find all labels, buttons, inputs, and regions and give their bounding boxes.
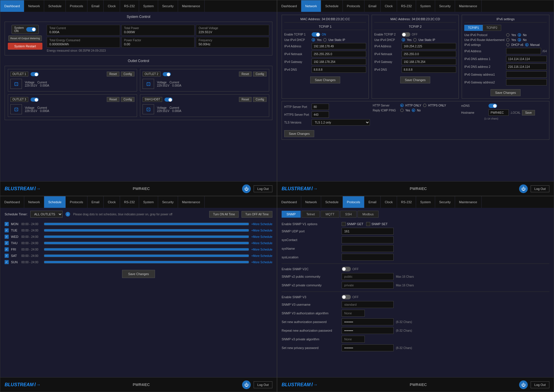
schedule-logout-button[interactable]: Log Out — [254, 381, 272, 388]
tab-modbus[interactable]: Modbus — [358, 211, 379, 218]
ipv6-gw1-input[interactable] — [506, 71, 547, 78]
system-toggle-switch[interactable] — [26, 27, 36, 32]
ipv6-router-yes-radio[interactable] — [506, 38, 510, 42]
snmp-get-checkbox[interactable] — [342, 222, 346, 226]
nav-security[interactable]: Security — [158, 0, 178, 12]
proto-nav-system[interactable]: System — [416, 196, 435, 208]
tab-snmp[interactable]: SNMP — [282, 211, 301, 218]
mon-checkbox[interactable]: ✓ — [5, 222, 9, 226]
outlet-1-reset-button[interactable]: Reset — [107, 72, 119, 76]
icmp-yes-radio[interactable] — [400, 109, 404, 112]
wed-bar-container[interactable] — [44, 235, 249, 238]
tcp2-save-button[interactable]: Save Changes — [400, 76, 430, 83]
net-nav-system[interactable]: System — [416, 0, 435, 12]
outlet-sw41-config-button[interactable]: Config — [253, 97, 267, 102]
icmp-no-radio[interactable] — [412, 109, 415, 112]
wed-more-link[interactable]: +More Schedule — [251, 235, 272, 238]
nav-dashboard[interactable]: Dashboard — [0, 0, 24, 12]
v3-new-auth-input[interactable] — [342, 318, 394, 325]
tab-ssh[interactable]: SSH — [340, 211, 357, 218]
tcp1-mask-input[interactable] — [312, 51, 366, 57]
sched-nav-schedule[interactable]: Schedule — [44, 196, 66, 208]
v2-public-input[interactable] — [342, 273, 394, 280]
udp-port-input[interactable] — [342, 228, 394, 235]
sched-nav-maintenance[interactable]: Maintenance — [178, 196, 205, 208]
tab-telnet[interactable]: Telnet — [302, 211, 320, 218]
tcp1-toggle[interactable] — [312, 32, 320, 37]
nav-maintenance[interactable]: Maintenance — [178, 0, 205, 12]
network-bottom-save-button[interactable]: Save Changes — [284, 130, 314, 137]
proto-nav-email[interactable]: Email — [364, 196, 381, 208]
proto-nav-maintenance[interactable]: Maintenance — [455, 196, 482, 208]
net-nav-dashboard[interactable]: Dashboard — [277, 0, 301, 12]
tcp2-toggle[interactable] — [402, 32, 410, 37]
system-on-toggle[interactable]: SystemON — [12, 25, 38, 34]
hostname-input[interactable] — [489, 109, 509, 116]
turn-off-all-button[interactable]: Turn OFF All Time — [242, 211, 272, 218]
nav-network[interactable]: Network — [24, 0, 44, 12]
outlet-3-reset-button[interactable]: Reset — [107, 97, 119, 102]
outlet-3-toggle[interactable] — [31, 98, 39, 102]
tab-mqtt[interactable]: MQTT — [321, 211, 339, 218]
proto-nav-dashboard[interactable]: Dashboard — [277, 196, 301, 208]
sched-nav-network[interactable]: Network — [24, 196, 44, 208]
sched-nav-dashboard[interactable]: Dashboard — [0, 196, 24, 208]
net-nav-maintenance[interactable]: Maintenance — [455, 0, 482, 12]
schedule-info-icon[interactable]: i — [65, 212, 70, 216]
tcp1-gw-input[interactable] — [312, 59, 366, 65]
protocols-power-button[interactable]: ⏻ — [519, 380, 528, 389]
sched-nav-protocols[interactable]: Protocols — [66, 196, 87, 208]
nav-protocols[interactable]: Protocols — [66, 0, 87, 12]
v3-priv-input[interactable] — [342, 336, 365, 343]
tcp2-yes-radio[interactable] — [402, 38, 405, 42]
turn-on-all-button[interactable]: Turn ON All Time — [209, 211, 239, 218]
fri-bar-container[interactable] — [44, 248, 249, 251]
proto-nav-security[interactable]: Security — [435, 196, 455, 208]
dashboard-logout-button[interactable]: Log Out — [254, 185, 272, 192]
nav-email[interactable]: Email — [87, 0, 104, 12]
sun-more-link[interactable]: +More Schedule — [251, 261, 272, 264]
thu-more-link[interactable]: +More Schedule — [251, 242, 272, 245]
dashboard-power-button[interactable]: ⏻ — [242, 184, 251, 193]
nav-system[interactable]: System — [139, 0, 158, 12]
outlet-sw41-reset-button[interactable]: Reset — [239, 97, 252, 102]
tcp2-mask-input[interactable] — [402, 51, 456, 57]
nav-rs232[interactable]: RS-232 — [120, 0, 139, 12]
fri-more-link[interactable]: +More Schedule — [251, 248, 272, 251]
sched-nav-email[interactable]: Email — [87, 196, 104, 208]
v2-private-input[interactable] — [342, 282, 394, 289]
tcp1-save-button[interactable]: Save Changes — [310, 76, 340, 83]
nav-schedule[interactable]: Schedule — [44, 0, 66, 12]
tue-bar-container[interactable] — [44, 229, 249, 232]
http-port-input[interactable] — [312, 104, 329, 110]
reset-output-metering-button[interactable]: Reset All Output Metering — [8, 36, 42, 41]
ipv6-gw2-input[interactable] — [506, 79, 547, 85]
tcp1-addr-input[interactable] — [312, 43, 366, 49]
wed-checkbox[interactable]: ✓ — [5, 235, 9, 239]
outlet-2-toggle[interactable] — [163, 72, 171, 76]
tcp2-addr-input[interactable] — [402, 43, 456, 49]
sat-checkbox[interactable]: ✓ — [5, 254, 9, 258]
net-nav-network[interactable]: Network — [301, 0, 321, 12]
ipv6-tab2[interactable]: TCP/IP2 — [483, 25, 501, 31]
https-port-input[interactable] — [312, 111, 329, 118]
proto-nav-rs232[interactable]: RS-232 — [397, 196, 416, 208]
proto-nav-schedule[interactable]: Schedule — [321, 196, 343, 208]
network-logout-button[interactable]: Log Out — [531, 185, 549, 192]
thu-checkbox[interactable]: ✓ — [5, 241, 9, 245]
sun-checkbox[interactable]: ✓ — [5, 260, 9, 264]
mon-more-link[interactable]: +More Schedule — [251, 223, 272, 226]
tls-select[interactable]: TLS 1.2 only — [312, 119, 370, 126]
fri-checkbox[interactable]: ✓ — [5, 247, 9, 251]
sat-bar-container[interactable] — [44, 254, 249, 257]
v3-auth-input[interactable] — [342, 310, 365, 317]
v3-toggle[interactable] — [342, 295, 351, 299]
thu-bar-container[interactable] — [44, 242, 249, 244]
tcp1-static-radio[interactable] — [323, 38, 327, 42]
outlet-1-toggle[interactable] — [31, 72, 39, 76]
mdns-toggle[interactable] — [489, 104, 497, 108]
ipv6-yes-radio[interactable] — [506, 33, 510, 37]
net-nav-schedule[interactable]: Schedule — [321, 0, 343, 12]
ipv6-addr-input[interactable] — [506, 48, 541, 54]
outlet-sw41-toggle[interactable] — [164, 98, 173, 102]
